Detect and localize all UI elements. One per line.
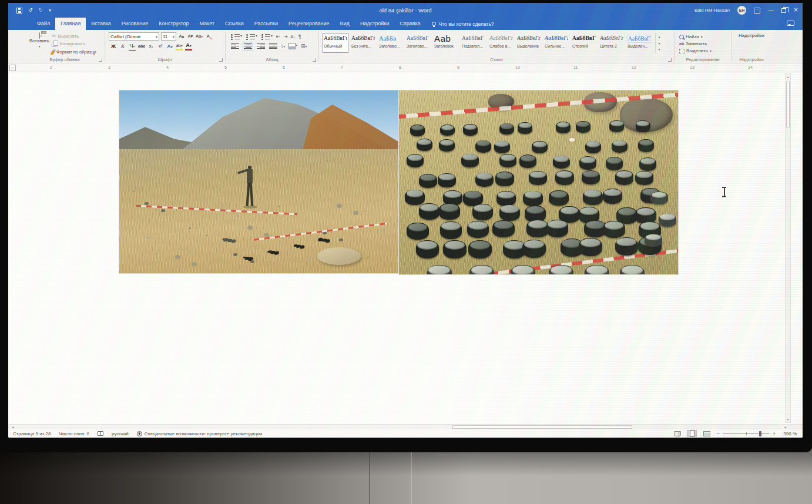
page-indicator[interactable]: Страница 5 из 28 (13, 431, 51, 436)
zoom-slider[interactable] (723, 431, 770, 437)
replace-button[interactable]: abЗаменить (679, 41, 730, 46)
tab-рассылки[interactable]: Рассылки (249, 18, 283, 30)
change-case-button[interactable]: Аа▾ (196, 33, 203, 40)
shading-button[interactable]: ▾ (288, 42, 298, 50)
vertical-scrollbar[interactable]: ▴ ▾ (785, 73, 791, 423)
increase-indent-button[interactable]: ⇥ (283, 33, 287, 39)
find-button[interactable]: Найти▾ (679, 34, 730, 39)
text-effects-button[interactable]: А▾ (166, 43, 173, 51)
user-avatar[interactable]: EH (737, 6, 746, 15)
read-mode-button[interactable] (672, 430, 682, 437)
horizontal-scrollbar[interactable]: ◂ ▸ (8, 424, 803, 429)
style-card-10[interactable]: АаБбВвГгСтрогий (571, 33, 597, 53)
language-indicator[interactable]: русский (112, 431, 129, 436)
styles-gallery-more-icon[interactable]: ▴▾▾ (655, 33, 663, 53)
web-layout-button[interactable] (702, 430, 712, 437)
tab-рисование[interactable]: Рисование (116, 18, 153, 30)
style-card-7[interactable]: АаБбВвГгСлабое в... (488, 33, 514, 53)
tab-справка[interactable]: Справка (394, 18, 425, 30)
style-card-12[interactable]: АаБбВвГгВыделен... (626, 33, 652, 53)
grow-font-button[interactable]: А▴ (178, 33, 185, 40)
zoom-slider-thumb[interactable] (759, 431, 761, 436)
underline-button[interactable]: Ч▾ (129, 42, 136, 51)
borders-button[interactable]: ⊞▾ (301, 43, 307, 49)
feedback-bubble-icon[interactable] (787, 21, 794, 26)
addins-button[interactable]: Надстройки (736, 33, 767, 38)
vertical-scroll-thumb[interactable] (786, 82, 790, 127)
decrease-indent-button[interactable]: ⇤ (276, 33, 280, 39)
zoom-level[interactable]: 390 % (780, 431, 797, 436)
save-icon[interactable] (16, 8, 22, 14)
print-layout-button[interactable] (687, 430, 697, 437)
restore-icon[interactable] (781, 8, 786, 13)
style-card-3[interactable]: АаББвЗаголово... (378, 33, 404, 53)
select-button[interactable]: Выделить▾ (679, 48, 730, 53)
align-left-button[interactable] (230, 42, 240, 50)
line-spacing-button[interactable]: ↕▾ (281, 43, 285, 49)
zoom-in-button[interactable]: + (773, 430, 776, 437)
clipboard-dialog-launcher-icon[interactable] (99, 58, 102, 62)
sort-button[interactable]: А↓ (290, 34, 296, 39)
word-count[interactable]: Число слов: 0 (59, 431, 89, 436)
photo-rows-of-mines[interactable] (398, 90, 679, 275)
copy-button[interactable]: Копировать (52, 41, 96, 47)
cut-button[interactable]: ✂Вырезать (52, 33, 96, 39)
style-card-11[interactable]: АаБбВвГгЦитата 2 (599, 33, 625, 53)
style-card-6[interactable]: АаБбВвГПодзагол... (461, 33, 486, 53)
zoom-out-button[interactable]: − (716, 430, 719, 437)
tab-вид[interactable]: Вид (335, 18, 355, 30)
tab-макет[interactable]: Макет (194, 18, 220, 30)
scroll-left-icon[interactable]: ◂ (9, 425, 16, 429)
signed-in-user[interactable]: Baki HM-Hevsan (694, 8, 730, 13)
bold-button[interactable]: Ж (110, 43, 117, 50)
font-color-button[interactable]: А▾ (185, 42, 192, 51)
style-card-5[interactable]: АаbЗаголовок (433, 33, 459, 53)
undo-icon[interactable]: ↺ (28, 3, 33, 18)
font-dialog-launcher-icon[interactable] (219, 58, 223, 62)
subscript-button[interactable]: x₂ (147, 43, 155, 50)
multilevel-list-button[interactable]: ▾ (261, 33, 273, 41)
italic-button[interactable]: К (119, 43, 126, 50)
horizontal-scroll-thumb[interactable] (452, 425, 632, 429)
tab-ссылки[interactable]: Ссылки (220, 18, 249, 30)
style-card-1[interactable]: АаБбВвГг,Обычный (323, 33, 348, 53)
align-right-button[interactable] (256, 42, 266, 50)
style-card-4[interactable]: АаБбВвГЗаголово... (405, 33, 431, 53)
superscript-button[interactable]: x² (157, 43, 164, 50)
tell-me-box[interactable]: Что вы хотите сделать? (432, 18, 494, 30)
paste-button[interactable]: Вставить ▾ (29, 33, 49, 49)
style-card-8[interactable]: АаБбВвГгВыделение (516, 33, 542, 53)
shrink-font-button[interactable]: А▾ (187, 33, 194, 40)
ribbon-display-options-icon[interactable]: ˆ (754, 8, 760, 14)
minimize-icon[interactable]: — (768, 3, 774, 18)
tab-selector[interactable]: ⌐ (9, 65, 16, 71)
proofing-status[interactable] (98, 431, 103, 436)
strikethrough-button[interactable]: abc (138, 43, 145, 50)
style-card-2[interactable]: АаБбВвГг,Без инте... (350, 33, 376, 53)
style-card-9[interactable]: АаБбВвГгСильное... (543, 33, 569, 53)
scroll-down-icon[interactable]: ▾ (786, 416, 790, 422)
styles-dialog-launcher-icon[interactable] (668, 58, 672, 62)
font-size-select[interactable]: 11▾ (161, 32, 176, 41)
horizontal-ruler[interactable]: ⌐ 234567891011121314 (8, 63, 803, 72)
paste-dropdown-icon[interactable]: ▾ (38, 45, 40, 48)
bullets-button[interactable]: ▾ (230, 33, 243, 41)
paragraph-marks-button[interactable]: ¶ (298, 33, 301, 39)
document-canvas[interactable]: ▴ ▾ (8, 72, 803, 424)
tab-конструктор[interactable]: Конструктор (153, 18, 194, 30)
numbering-button[interactable]: ▾ (246, 33, 258, 41)
justify-button[interactable] (269, 42, 278, 50)
align-center-button[interactable] (243, 42, 253, 51)
tab-файл[interactable]: Файл (32, 18, 55, 30)
tab-вставка[interactable]: Вставка (86, 18, 116, 30)
highlight-color-button[interactable]: ab▾ (176, 43, 183, 51)
tab-главная[interactable]: Главная (55, 18, 86, 30)
redo-icon[interactable]: ↻ (39, 3, 43, 18)
customize-qat-icon[interactable]: ▾ (49, 8, 51, 13)
format-painter-button[interactable]: Формат по образцу (52, 49, 96, 55)
clear-formatting-button[interactable]: А (204, 33, 212, 40)
font-family-select[interactable]: Calibri (Основ▾ (109, 32, 159, 41)
close-icon[interactable]: × (794, 3, 798, 18)
tab-надстройки[interactable]: Надстройки (355, 18, 394, 30)
scroll-right-icon[interactable]: ▸ (782, 425, 789, 429)
